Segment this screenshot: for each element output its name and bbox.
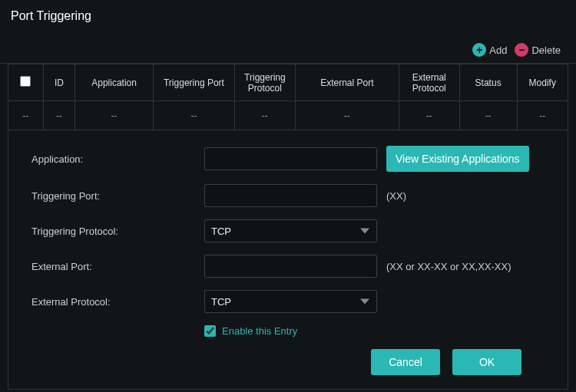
- cell-checkbox: --: [8, 101, 44, 130]
- cell-application: --: [75, 101, 154, 130]
- table-row: -- -- -- -- -- -- -- -- --: [8, 101, 568, 130]
- cell-status: --: [459, 101, 517, 130]
- add-label: Add: [489, 44, 507, 56]
- hint-external-port: (XX or XX-XX or XX,XX-XX): [386, 261, 511, 272]
- add-button[interactable]: + Add: [472, 43, 507, 57]
- table-header-row: ID Application Triggering Port Triggerin…: [8, 64, 568, 101]
- application-field[interactable]: [204, 147, 377, 170]
- header-triggering-port: Triggering Port: [153, 64, 234, 101]
- cancel-button[interactable]: Cancel: [371, 349, 440, 375]
- page-title: Port Triggering: [0, 0, 576, 37]
- label-triggering-port: Triggering Port:: [31, 190, 204, 202]
- port-trigger-table: ID Application Triggering Port Triggerin…: [8, 64, 568, 130]
- header-modify: Modify: [517, 64, 568, 101]
- delete-label: Delete: [531, 44, 561, 56]
- cell-modify: --: [517, 101, 568, 130]
- cell-triggering-protocol: --: [234, 101, 295, 130]
- header-application: Application: [75, 64, 154, 101]
- triggering-protocol-value[interactable]: [204, 219, 377, 242]
- cell-triggering-port: --: [153, 101, 234, 130]
- header-triggering-protocol: Triggering Protocol: [234, 64, 295, 101]
- view-existing-applications-button[interactable]: View Existing Applications: [386, 146, 529, 172]
- triggering-protocol-select[interactable]: [204, 219, 377, 242]
- cell-external-protocol: --: [399, 101, 459, 130]
- delete-button[interactable]: − Delete: [515, 43, 561, 57]
- cell-id: --: [43, 101, 75, 130]
- entry-form: Application: View Existing Applications …: [8, 130, 568, 390]
- external-protocol-select[interactable]: [204, 290, 377, 313]
- form-footer: Cancel OK: [31, 337, 545, 375]
- cell-external-port: --: [295, 101, 399, 130]
- enable-entry-checkbox[interactable]: [204, 325, 216, 337]
- header-external-protocol: External Protocol: [399, 64, 459, 101]
- label-triggering-protocol: Triggering Protocol:: [31, 226, 204, 237]
- triggering-port-field[interactable]: [204, 184, 377, 207]
- label-external-protocol: External Protocol:: [31, 296, 204, 308]
- enable-entry-label[interactable]: Enable this Entry: [222, 325, 297, 337]
- header-external-port: External Port: [295, 64, 399, 101]
- label-application: Application:: [31, 153, 204, 165]
- select-all-checkbox[interactable]: [20, 76, 31, 87]
- external-protocol-value[interactable]: [204, 290, 377, 313]
- header-id: ID: [43, 64, 75, 101]
- plus-icon: +: [472, 43, 486, 57]
- label-external-port: External Port:: [31, 261, 204, 272]
- external-port-field[interactable]: [204, 255, 377, 278]
- hint-triggering-port: (XX): [386, 190, 406, 202]
- minus-icon: −: [515, 43, 528, 57]
- toolbar: + Add − Delete: [0, 37, 576, 64]
- ok-button[interactable]: OK: [452, 349, 521, 375]
- header-status: Status: [459, 64, 517, 101]
